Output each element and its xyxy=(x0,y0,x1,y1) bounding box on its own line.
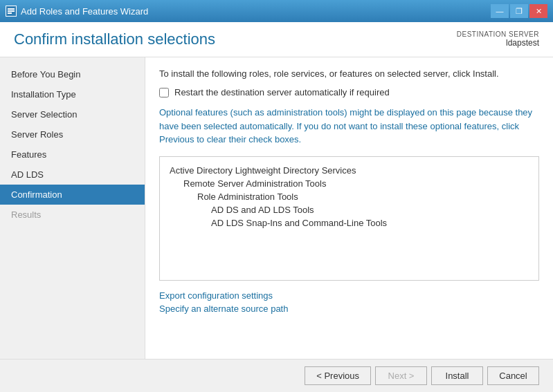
page-title: Confirm installation selections xyxy=(14,30,215,48)
titlebar-controls: — ❐ ✕ xyxy=(491,4,547,18)
feature-item: AD DS and AD LDS Tools xyxy=(170,203,529,216)
server-name: ldapstest xyxy=(457,38,539,48)
restart-checkbox-row[interactable]: Restart the destination server automatic… xyxy=(159,87,539,97)
feature-item: Role Administration Tools xyxy=(170,190,529,203)
close-button[interactable]: ✕ xyxy=(529,4,547,18)
destination-server-info: DESTINATION SERVER ldapstest xyxy=(457,30,539,48)
optional-text: Optional features (such as administratio… xyxy=(159,106,539,147)
svg-rect-2 xyxy=(8,10,15,12)
cancel-button[interactable]: Cancel xyxy=(487,366,539,385)
svg-rect-1 xyxy=(8,8,15,10)
wizard-icon xyxy=(6,6,17,17)
sidebar: Before You BeginInstallation TypeServer … xyxy=(0,57,145,359)
sidebar-item-server-roles[interactable]: Server Roles xyxy=(0,124,145,144)
sidebar-item-installation-type[interactable]: Installation Type xyxy=(0,84,145,104)
previous-button[interactable]: < Previous xyxy=(305,366,371,385)
content-area: To install the following roles, role ser… xyxy=(145,57,553,359)
main-window: Confirm installation selections DESTINAT… xyxy=(0,22,553,392)
page-header: Confirm installation selections DESTINAT… xyxy=(0,22,553,57)
body: Before You BeginInstallation TypeServer … xyxy=(0,57,553,359)
feature-item: AD LDS Snap-Ins and Command-Line Tools xyxy=(170,216,529,230)
features-box: Active Directory Lightweight Directory S… xyxy=(159,156,539,281)
sidebar-item-features[interactable]: Features xyxy=(0,144,145,165)
sidebar-item-before-you-begin[interactable]: Before You Begin xyxy=(0,64,145,84)
footer: < Previous Next > Install Cancel xyxy=(0,359,553,392)
titlebar: Add Roles and Features Wizard — ❐ ✕ xyxy=(0,0,553,22)
window-title: Add Roles and Features Wizard xyxy=(21,6,148,17)
feature-item: Active Directory Lightweight Directory S… xyxy=(170,164,529,177)
export-config-link[interactable]: Export configuration settings xyxy=(159,290,539,301)
sidebar-item-ad-lds[interactable]: AD LDS xyxy=(0,165,145,185)
sidebar-item-server-selection[interactable]: Server Selection xyxy=(0,104,145,124)
alternate-source-link[interactable]: Specify an alternate source path xyxy=(159,304,539,314)
intro-text: To install the following roles, role ser… xyxy=(159,68,539,79)
minimize-button[interactable]: — xyxy=(491,4,509,18)
destination-server-label: DESTINATION SERVER xyxy=(457,30,539,38)
next-button[interactable]: Next > xyxy=(375,366,427,385)
restart-checkbox[interactable] xyxy=(159,88,169,97)
restore-button[interactable]: ❐ xyxy=(510,4,528,18)
links-section: Export configuration settingsSpecify an … xyxy=(159,290,539,314)
sidebar-item-confirmation[interactable]: Confirmation xyxy=(0,185,145,205)
install-button[interactable]: Install xyxy=(431,366,483,385)
feature-item: Remote Server Administration Tools xyxy=(170,177,529,190)
svg-rect-3 xyxy=(8,12,12,14)
titlebar-left: Add Roles and Features Wizard xyxy=(6,6,148,17)
sidebar-item-results: Results xyxy=(0,205,145,225)
restart-checkbox-label: Restart the destination server automatic… xyxy=(174,87,390,97)
